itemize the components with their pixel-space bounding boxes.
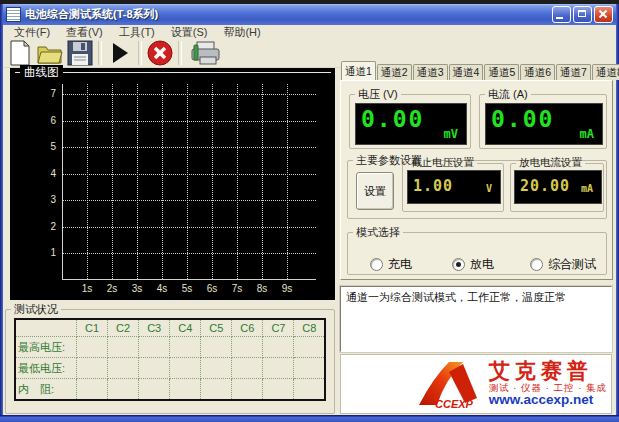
status-cell bbox=[170, 379, 201, 401]
status-message-box[interactable]: 通道一为综合测试模式，工作正常，温度正常 bbox=[340, 286, 612, 352]
mode-radio-label: 放电 bbox=[470, 256, 494, 273]
new-file-icon bbox=[8, 40, 32, 66]
chart-vgridline bbox=[162, 84, 163, 279]
curve-chart-panel: 曲线图 76543211s2s3s4s5s6s7s8s9s bbox=[10, 68, 335, 300]
main-params-group: 主要参数设置 设置 截止电压设置 1.00 V 放电电流设置 20.00 mA bbox=[347, 153, 607, 219]
status-cell bbox=[139, 358, 170, 379]
status-corner-cell bbox=[15, 319, 77, 337]
print-button[interactable] bbox=[185, 40, 225, 67]
window-title: 电池综合测试系统(T-8系列) bbox=[25, 7, 552, 22]
status-cell bbox=[201, 337, 232, 358]
status-cell bbox=[263, 358, 294, 379]
maximize-button[interactable] bbox=[573, 6, 592, 23]
accexp-logo-icon: CCEXP bbox=[415, 358, 487, 410]
cutoff-voltage-label: 截止电压设置 bbox=[408, 156, 477, 170]
status-col-C7: C7 bbox=[263, 319, 294, 337]
chart-group-label: 曲线图 bbox=[20, 65, 63, 80]
status-col-C4: C4 bbox=[170, 319, 201, 337]
status-cell bbox=[263, 337, 294, 358]
status-cell bbox=[201, 379, 232, 401]
status-cell bbox=[232, 379, 263, 401]
chart-vgridline bbox=[287, 84, 288, 279]
chart-xtick: 5s bbox=[177, 283, 197, 294]
chart-vgridline bbox=[112, 84, 113, 279]
logo-brand: 艾克赛普 bbox=[489, 360, 593, 382]
status-cell bbox=[232, 358, 263, 379]
status-cell bbox=[108, 379, 139, 401]
status-cell bbox=[77, 358, 108, 379]
chart-hgridline bbox=[62, 253, 316, 254]
current-unit: mA bbox=[580, 127, 594, 141]
cutoff-voltage-group: 截止电压设置 1.00 V bbox=[402, 156, 504, 212]
open-file-button[interactable] bbox=[35, 40, 65, 67]
tab-通道8[interactable]: 通道8 bbox=[592, 64, 619, 80]
chart-xtick: 4s bbox=[152, 283, 172, 294]
chart-vgridline bbox=[262, 84, 263, 279]
chart-x-axis bbox=[62, 279, 316, 280]
tab-通道6[interactable]: 通道6 bbox=[520, 64, 555, 80]
menu-item-2[interactable]: 工具(T) bbox=[112, 25, 162, 40]
save-icon bbox=[67, 40, 93, 66]
channel-tabs: 通道1通道2通道3通道4通道5通道6通道7通道8绘图通用 bbox=[341, 62, 613, 80]
status-row-label-2: 内 阻: bbox=[15, 379, 77, 401]
play-icon bbox=[110, 42, 130, 64]
chart-xtick: 9s bbox=[277, 283, 297, 294]
menu-item-3[interactable]: 设置(S) bbox=[164, 25, 215, 40]
title-bar: 电池综合测试系统(T-8系列) bbox=[3, 4, 616, 25]
status-col-C3: C3 bbox=[139, 319, 170, 337]
status-row-label-1: 最低电压: bbox=[15, 358, 77, 379]
menu-item-0[interactable]: 文件(F) bbox=[7, 25, 57, 40]
chart-xtick: 3s bbox=[127, 283, 147, 294]
tab-通道3[interactable]: 通道3 bbox=[413, 64, 448, 80]
mode-radio-综合测试[interactable]: 综合测试 bbox=[530, 256, 596, 273]
chart-xtick: 1s bbox=[77, 283, 97, 294]
app-window: 电池综合测试系统(T-8系列) 文件(F)查看(V)工具(T)设置(S)帮助(H… bbox=[0, 0, 619, 422]
chart-ytick: 1 bbox=[36, 247, 56, 258]
logo-panel: CCEXP 艾克赛普 测试 · 仪器 · 工控 · 集成 www.accexp.… bbox=[340, 354, 612, 414]
new-file-button[interactable] bbox=[5, 40, 35, 67]
minimize-button[interactable] bbox=[552, 6, 571, 23]
printer-icon bbox=[188, 41, 222, 65]
status-cell bbox=[170, 358, 201, 379]
tab-通道7[interactable]: 通道7 bbox=[556, 64, 591, 80]
discharge-current-value: 20.00 bbox=[520, 177, 570, 195]
status-cell bbox=[294, 379, 325, 401]
status-col-C5: C5 bbox=[201, 319, 232, 337]
close-button[interactable] bbox=[594, 6, 613, 23]
stop-button[interactable] bbox=[145, 40, 175, 67]
tab-通道2[interactable]: 通道2 bbox=[377, 64, 412, 80]
discharge-current-label: 放电电流设置 bbox=[516, 156, 585, 170]
tab-通道1[interactable]: 通道1 bbox=[341, 61, 376, 80]
mode-radio-放电[interactable]: 放电 bbox=[452, 256, 494, 273]
menu-item-4[interactable]: 帮助(H) bbox=[216, 25, 267, 40]
mode-radio-充电[interactable]: 充电 bbox=[370, 256, 412, 273]
tab-通道4[interactable]: 通道4 bbox=[449, 64, 484, 80]
voltage-value: 0.00 bbox=[361, 106, 424, 132]
chart-vgridline bbox=[187, 84, 188, 279]
test-status-label: 测试状况 bbox=[11, 302, 61, 317]
menu-item-1[interactable]: 查看(V) bbox=[59, 25, 110, 40]
chart-vgridline bbox=[237, 84, 238, 279]
radio-icon bbox=[530, 258, 543, 271]
voltage-display: 0.00 mV bbox=[355, 103, 467, 145]
status-cell bbox=[139, 337, 170, 358]
chart-hgridline bbox=[62, 94, 316, 95]
chart-hgridline bbox=[62, 147, 316, 148]
accexp-text: CCEXP bbox=[435, 398, 474, 410]
chart-hgridline bbox=[62, 227, 316, 228]
chart-y-axis bbox=[62, 84, 63, 279]
mode-select-label: 模式选择 bbox=[353, 225, 403, 240]
tab-通道5[interactable]: 通道5 bbox=[484, 64, 519, 80]
cutoff-voltage-unit: V bbox=[486, 183, 492, 194]
save-button[interactable] bbox=[65, 40, 95, 67]
set-params-button[interactable]: 设置 bbox=[356, 172, 394, 210]
chart-xtick: 6s bbox=[202, 283, 222, 294]
menu-bar: 文件(F)查看(V)工具(T)设置(S)帮助(H) bbox=[3, 25, 616, 39]
chart-xtick: 2s bbox=[102, 283, 122, 294]
logo-url[interactable]: www.accexp.net bbox=[489, 393, 594, 407]
current-value: 0.00 bbox=[491, 106, 554, 132]
chart-ytick: 7 bbox=[36, 88, 56, 99]
start-button[interactable] bbox=[105, 40, 135, 67]
status-col-C8: C8 bbox=[294, 319, 325, 337]
stop-icon bbox=[147, 40, 173, 66]
